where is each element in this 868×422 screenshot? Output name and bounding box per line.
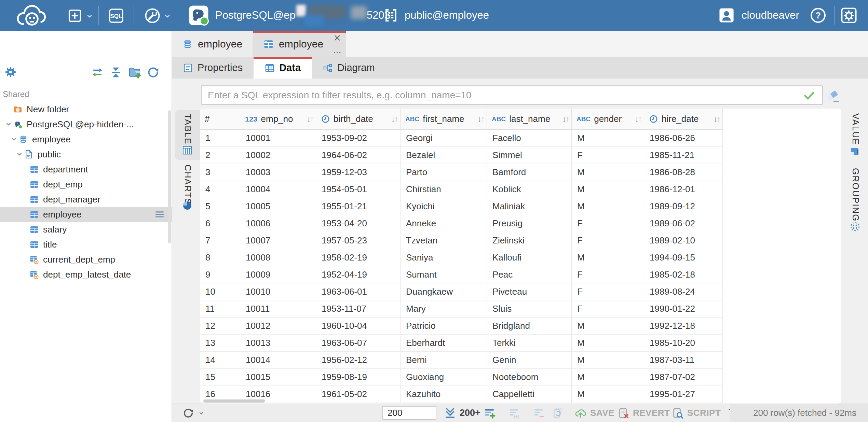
row-number-cell[interactable]: 6 [200, 215, 240, 232]
chevron-down-icon[interactable] [163, 12, 172, 20]
panel-tab-value[interactable]: VALUE [850, 113, 861, 145]
data-cell[interactable]: 1963-06-07 [316, 335, 401, 352]
row-number-cell[interactable]: 4 [200, 181, 240, 198]
data-cell[interactable]: 1959-08-19 [316, 369, 401, 386]
row-number-cell[interactable]: 14 [200, 352, 240, 369]
data-cell[interactable]: Georgi [401, 130, 487, 147]
data-cell[interactable]: Duangkaew [401, 283, 487, 300]
revert-button[interactable]: REVERT [617, 404, 670, 422]
data-cell[interactable]: 10015 [240, 369, 316, 386]
data-cell[interactable]: 10002 [240, 147, 316, 164]
column-header-hire_date[interactable]: hire_date↓↑ [644, 109, 723, 130]
tree-item-current-dept-emp[interactable]: current_dept_emp [0, 252, 172, 267]
tree-item-salary[interactable]: salary [0, 222, 172, 237]
tree-item-dept-manager[interactable]: dept_manager [0, 192, 172, 207]
data-cell[interactable]: 1957-05-23 [316, 232, 401, 249]
tab-menu-dots-icon[interactable] [333, 50, 342, 55]
data-cell[interactable]: 10001 [240, 130, 316, 147]
data-cell[interactable]: Tzvetan [401, 232, 487, 249]
data-cell[interactable]: 10013 [240, 335, 316, 352]
tab-diagram[interactable]: Diagram [312, 57, 386, 79]
data-cell[interactable]: Nooteboom [487, 369, 572, 386]
tree-item-dept-emp-latest-date[interactable]: dept_emp_latest_date [0, 267, 172, 282]
row-number-cell[interactable]: 1 [200, 130, 240, 147]
refresh-tree-button[interactable] [146, 66, 160, 79]
schema-selector[interactable]: public@employee [383, 0, 489, 31]
data-cell[interactable]: Genin [487, 352, 572, 369]
delete-row-button[interactable] [533, 404, 545, 422]
data-cell[interactable]: 1989-09-12 [644, 198, 723, 215]
column-header-emp_no[interactable]: 123emp_no↓↑ [240, 109, 316, 130]
row-number-cell[interactable]: 8 [200, 249, 240, 266]
data-cell[interactable]: 10012 [240, 318, 316, 335]
data-cell[interactable]: Parto [401, 164, 487, 181]
row-number-cell[interactable]: 9 [200, 266, 240, 283]
data-cell[interactable]: 1990-01-22 [644, 300, 723, 318]
tree-item-department[interactable]: department [0, 162, 172, 177]
grouping-icon[interactable] [850, 221, 860, 232]
data-cell[interactable]: Chirstian [401, 181, 487, 198]
data-cell[interactable]: 1994-09-15 [644, 249, 723, 266]
data-cell[interactable]: 1964-06-02 [316, 147, 401, 164]
data-cell[interactable]: 1952-04-19 [316, 266, 401, 283]
data-cell[interactable]: 1953-11-07 [316, 300, 401, 318]
data-cell[interactable]: M [572, 130, 644, 147]
data-cell[interactable]: 10014 [240, 352, 316, 369]
tree-item-postgresql-ep-hidden-[interactable]: PostgreSQL@ep-hidden-... [0, 117, 172, 132]
data-cell[interactable]: 1985-02-18 [644, 266, 723, 283]
data-cell[interactable]: 1987-07-02 [644, 369, 723, 386]
data-cell[interactable]: 1995-01-27 [644, 386, 723, 403]
data-cell[interactable]: 1987-03-11 [644, 352, 723, 369]
data-cell[interactable]: 10003 [240, 164, 316, 181]
table-grid-icon[interactable] [182, 145, 193, 156]
help-button[interactable]: ? [809, 6, 827, 24]
data-cell[interactable]: Koblick [487, 181, 572, 198]
data-cell[interactable]: M [572, 164, 644, 181]
data-cell[interactable]: Kalloufi [487, 249, 572, 266]
sort-arrows-icon[interactable]: ↓↑ [713, 114, 720, 124]
sort-arrows-icon[interactable]: ↓↑ [635, 114, 641, 124]
add-folder-button[interactable] [128, 66, 141, 79]
data-cell[interactable]: 1955-01-21 [316, 198, 401, 215]
data-cell[interactable]: 1992-12-18 [644, 318, 723, 335]
pie-chart-icon[interactable] [182, 200, 193, 211]
data-cell[interactable]: Guoxiang [401, 369, 487, 386]
row-number-cell[interactable]: 11 [200, 300, 240, 318]
tab-data[interactable]: Data [254, 57, 312, 79]
data-cell[interactable]: 10008 [240, 249, 316, 266]
data-cell[interactable]: Kazuhito [401, 386, 487, 403]
data-cell[interactable]: 10004 [240, 181, 316, 198]
data-cell[interactable]: Sumant [401, 266, 487, 283]
data-cell[interactable]: Mary [401, 300, 487, 318]
connection-selector[interactable]: PostgreSQL@ep 5203 [188, 0, 390, 31]
sort-arrows-icon[interactable]: ↓↑ [307, 114, 313, 124]
expand-chevron-icon[interactable] [10, 135, 18, 144]
data-cell[interactable]: 1953-04-20 [316, 215, 401, 232]
row-number-cell[interactable]: 10 [200, 283, 240, 300]
data-cell[interactable]: Facello [487, 130, 572, 147]
row-number-cell[interactable]: 2 [200, 147, 240, 164]
column-header-first_name[interactable]: ABCfirst_name↓↑ [401, 109, 487, 130]
presentation-tab-charts[interactable]: CHARTS [182, 165, 193, 205]
data-cell[interactable]: 10006 [240, 215, 316, 232]
sort-arrows-icon[interactable]: ↓↑ [391, 114, 397, 124]
sidebar-settings-gear-icon[interactable] [4, 66, 17, 79]
editor-tab-employee[interactable]: employee [172, 31, 253, 57]
data-cell[interactable]: Cappelletti [487, 386, 572, 403]
editor-tab-employee-active[interactable]: employee [253, 31, 346, 57]
data-cell[interactable]: F [572, 283, 644, 300]
chevron-down-icon[interactable] [85, 12, 94, 20]
data-cell[interactable]: 1986-08-28 [644, 164, 723, 181]
tree-item-new-folder[interactable]: New folder [0, 102, 172, 117]
data-cell[interactable]: 1959-12-03 [316, 164, 401, 181]
data-cell[interactable]: Bridgland [487, 318, 572, 335]
data-cell[interactable]: 10009 [240, 266, 316, 283]
save-button[interactable]: SAVE [574, 404, 614, 422]
refresh-results-button[interactable] [182, 404, 205, 422]
row-number-cell[interactable]: 12 [200, 318, 240, 335]
data-cell[interactable]: F [572, 232, 644, 249]
fetch-more-rows-button[interactable]: 200+ [444, 404, 480, 422]
data-cell[interactable]: F [572, 300, 644, 318]
data-cell[interactable]: Patricio [401, 318, 487, 335]
tools-wrench-button[interactable] [144, 7, 161, 25]
